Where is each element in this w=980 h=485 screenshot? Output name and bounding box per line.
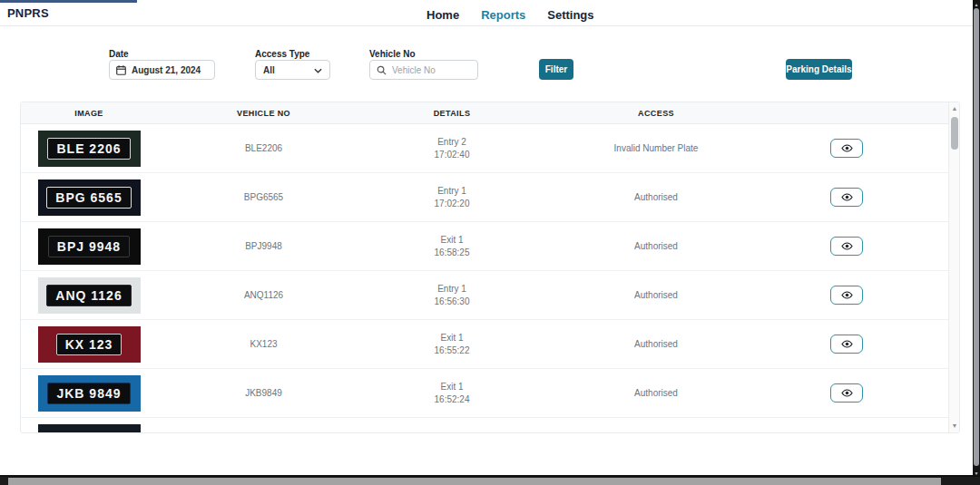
col-image: IMAGE <box>21 109 157 118</box>
access-cell: Authorised <box>534 192 779 202</box>
vehicle-no-cell: JKB9849 <box>157 388 370 398</box>
plate-photo: JKB 9849 <box>38 375 141 412</box>
details-cell: Entry 2 17:02:40 <box>370 136 534 161</box>
table-row: KX 123 KX123 Exit 1 16:55:22 Authorised <box>21 320 959 369</box>
eye-icon <box>841 386 853 400</box>
view-details-button[interactable] <box>830 335 863 354</box>
eye-icon <box>841 337 853 351</box>
filter-button[interactable]: Filter <box>539 59 573 80</box>
plate-text: BPG 6565 <box>46 187 131 209</box>
main-nav: Home Reports Settings <box>426 3 594 26</box>
detail-line-2: 17:02:40 <box>435 150 470 160</box>
vehicle-no-cell: BLE2206 <box>157 143 370 153</box>
plate-text: ANQ 1126 <box>46 285 131 306</box>
date-picker[interactable]: August 21, 2024 <box>109 60 215 80</box>
col-vehicle-no: VEHICLE NO <box>157 109 370 118</box>
brand-logo: PNPRS <box>7 6 49 20</box>
col-access: ACCESS <box>534 109 779 118</box>
access-cell: Authorised <box>534 388 779 398</box>
table-header-row: IMAGE VEHICLE NO DETAILS ACCESS <box>21 102 959 124</box>
browser-scroll-up-icon[interactable]: ▲ <box>973 0 980 8</box>
view-details-button[interactable] <box>830 383 863 403</box>
access-cell: Authorised <box>534 339 779 349</box>
actions-cell <box>779 286 915 305</box>
date-value: August 21, 2024 <box>132 65 201 75</box>
table-row: ANQ 1126 ANQ1126 Entry 1 16:56:30 Author… <box>21 271 959 320</box>
vehicle-no-label: Vehicle No <box>369 49 416 59</box>
col-details: DETAILS <box>370 109 534 118</box>
plate-text: KX 123 <box>56 334 122 355</box>
app-header: PNPRS Home Reports Settings <box>0 3 973 26</box>
chevron-down-icon <box>314 65 322 75</box>
table-row: BLE 2206 BLE2206 Entry 2 17:02:40 Invali… <box>21 124 959 173</box>
access-cell: Authorised <box>534 290 779 300</box>
browser-horizontal-scrollbar[interactable] <box>0 477 980 485</box>
parking-details-button[interactable]: Parking Details <box>786 59 852 80</box>
plate-photo <box>38 424 141 434</box>
plate-image: BPJ 9948 <box>21 228 157 265</box>
view-details-button[interactable] <box>830 139 863 158</box>
actions-cell <box>779 237 915 256</box>
vehicle-no-cell: BPG6565 <box>157 192 370 202</box>
access-type-select[interactable]: All <box>255 60 330 80</box>
table-row: BPJ 9948 BPJ9948 Exit 1 16:58:25 Authori… <box>21 222 959 271</box>
access-cell: Invalid Number Plate <box>534 143 779 153</box>
plate-photo: BLE 2206 <box>38 131 141 167</box>
eye-icon <box>841 190 853 204</box>
plate-image: ANQ 1126 <box>21 277 157 314</box>
actions-cell <box>779 335 915 354</box>
detail-line-1: Exit 1 <box>440 235 463 245</box>
details-cell: Exit 1 16:55:22 <box>370 332 534 357</box>
eye-icon <box>841 141 853 155</box>
date-label: Date <box>109 49 129 59</box>
nav-home[interactable]: Home <box>426 8 459 22</box>
plate-photo: ANQ 1126 <box>38 277 141 314</box>
detail-line-2: 16:55:22 <box>435 345 470 355</box>
calendar-icon <box>116 65 126 75</box>
plate-image: JKB 9849 <box>21 375 157 412</box>
nav-settings[interactable]: Settings <box>547 8 593 22</box>
actions-cell <box>779 383 915 403</box>
detail-line-1: Entry 2 <box>437 137 466 147</box>
scroll-down-icon[interactable]: ▼ <box>949 420 960 431</box>
plate-photo: BPG 6565 <box>38 179 141 216</box>
detail-line-2: 16:56:30 <box>435 296 470 306</box>
vehicle-no-field <box>369 60 478 80</box>
detail-line-1: Exit 1 <box>440 382 463 392</box>
actions-cell <box>779 188 915 207</box>
plate-image <box>21 424 157 434</box>
browser-vertical-scrollbar[interactable]: ▲ ▼ <box>973 0 980 477</box>
browser-horizontal-thumb[interactable] <box>8 478 941 485</box>
detail-line-1: Entry 1 <box>437 186 466 196</box>
view-details-button[interactable] <box>830 237 863 256</box>
plate-text: JKB 9849 <box>47 383 130 404</box>
table-row: JKB 9849 JKB9849 Exit 1 16:52:24 Authori… <box>21 369 959 418</box>
plate-text: BPJ 9948 <box>48 236 130 257</box>
eye-icon <box>841 239 853 253</box>
plate-image: KX 123 <box>21 326 157 363</box>
view-details-button[interactable] <box>830 188 863 207</box>
details-cell: Entry 1 17:02:20 <box>370 185 534 210</box>
plate-photo: KX 123 <box>38 326 141 363</box>
plate-image: BLE 2206 <box>21 131 157 167</box>
report-table-card: IMAGE VEHICLE NO DETAILS ACCESS BLE 2206… <box>20 102 960 433</box>
nav-reports[interactable]: Reports <box>481 8 525 22</box>
plate-photo: BPJ 9948 <box>38 228 141 265</box>
vehicle-no-input[interactable] <box>392 65 469 75</box>
search-icon <box>377 65 387 75</box>
detail-line-1: Exit 1 <box>440 333 463 343</box>
table-row: BPG 6565 BPG6565 Entry 1 17:02:20 Author… <box>21 173 959 222</box>
scroll-up-icon[interactable]: ▲ <box>949 102 960 113</box>
table-row <box>21 418 959 433</box>
details-cell: Exit 1 16:58:25 <box>370 234 534 259</box>
details-cell: Entry 1 16:56:30 <box>370 283 534 308</box>
plate-text: BLE 2206 <box>47 138 130 160</box>
view-details-button[interactable] <box>830 286 863 305</box>
detail-line-2: 16:58:25 <box>435 247 470 257</box>
browser-vertical-thumb[interactable] <box>974 8 979 466</box>
details-cell: Exit 1 16:52:24 <box>370 381 534 406</box>
table-scrollbar-thumb[interactable] <box>951 117 958 150</box>
plate-image: BPG 6565 <box>21 179 157 216</box>
access-type-label: Access Type <box>255 49 309 59</box>
detail-line-1: Entry 1 <box>437 284 466 294</box>
